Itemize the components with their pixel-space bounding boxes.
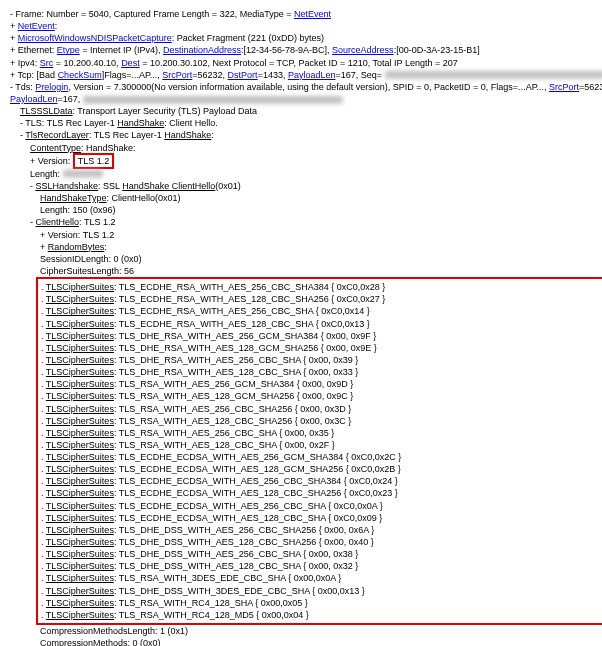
netevent-line[interactable]: + NetEvent:	[10, 20, 602, 32]
plus-icon: +	[40, 242, 45, 252]
cipher-suite-row[interactable]: . TLSCipherSuites: TLS_DHE_RSA_WITH_AES_…	[41, 342, 602, 354]
cipher-suite-hex: { 0xC0,0x09 }	[328, 513, 382, 523]
mediatype-link[interactable]: NetEvent	[294, 9, 331, 19]
minus-icon: -	[20, 118, 23, 128]
ndis-link[interactable]: MicrosoftWindowsNDISPacketCapture	[18, 33, 172, 43]
cipher-suite-hex: { 0x00,0x0A }	[288, 573, 341, 583]
plus-icon: +	[10, 45, 15, 55]
ssl-handshake-line[interactable]: - SSLHandshake: SSL HandShake ClientHell…	[30, 180, 602, 192]
etype-link[interactable]: Etype	[57, 45, 80, 55]
cipher-suite-row[interactable]: . TLSCipherSuites: TLS_ECDHE_ECDSA_WITH_…	[41, 500, 602, 512]
cipher-suites-len-line: CipherSuitesLength: 56	[40, 265, 602, 277]
version2-line[interactable]: + Version: TLS 1.2	[40, 229, 602, 241]
cipher-suite-row[interactable]: . TLSCipherSuites: TLS_RSA_WITH_AES_128_…	[41, 439, 602, 451]
cipher-suite-row[interactable]: . TLSCipherSuites: TLS_DHE_DSS_WITH_AES_…	[41, 548, 602, 560]
tcp-line[interactable]: + Tcp: [Bad CheckSum]Flags=...AP..., Src…	[10, 69, 602, 81]
cipher-suite-row[interactable]: . TLSCipherSuites: TLS_RSA_WITH_AES_256_…	[41, 403, 602, 415]
cipher-suite-row[interactable]: . TLSCipherSuites: TLS_ECDHE_ECDSA_WITH_…	[41, 451, 602, 463]
cipher-suite-hex: { 0x00, 0x3D }	[295, 404, 352, 414]
cipher-suite-label: TLSCipherSuites	[46, 319, 114, 329]
tls-record-line[interactable]: - TlsRecordLayer: TLS Rec Layer-1 HandSh…	[20, 129, 602, 141]
cipher-suite-row[interactable]: . TLSCipherSuites: TLS_RSA_WITH_AES_128_…	[41, 390, 602, 402]
cipher-suite-row[interactable]: . TLSCipherSuites: TLS_DHE_DSS_WITH_3DES…	[41, 585, 602, 597]
cipher-suite-name: : TLS_DHE_DSS_WITH_3DES_EDE_CBC_SHA	[114, 586, 312, 596]
payload-len-link[interactable]: PayloadLen	[10, 94, 58, 104]
cipher-suite-row[interactable]: . TLSCipherSuites: TLS_RSA_WITH_AES_256_…	[41, 378, 602, 390]
ethernet-line[interactable]: + Ethernet: Etype = Internet IP (IPv4), …	[10, 44, 602, 56]
frame-number: 5040	[89, 9, 109, 19]
cipher-suite-name: : TLS_DHE_DSS_WITH_AES_128_CBC_SHA	[114, 561, 303, 571]
cipher-suite-label: TLSCipherSuites	[46, 306, 114, 316]
chevron-down-icon: -	[10, 9, 13, 19]
cipher-suite-hex: { 0x00, 0x9D }	[297, 379, 354, 389]
cipher-suite-name: : TLS_ECDHE_RSA_WITH_AES_128_CBC_SHA256	[114, 294, 331, 304]
cipher-suite-name: : TLS_DHE_DSS_WITH_AES_128_CBC_SHA256	[114, 537, 319, 547]
cipher-suite-row[interactable]: . TLSCipherSuites: TLS_DHE_RSA_WITH_AES_…	[41, 366, 602, 378]
checksum-link[interactable]: CheckSum	[58, 70, 102, 80]
netevent-link[interactable]: NetEvent	[18, 21, 55, 31]
payload-line: PayloadLen=167,	[10, 93, 602, 105]
plus-icon: +	[40, 230, 45, 240]
cipher-suite-row[interactable]: . TLSCipherSuites: TLS_RSA_WITH_AES_256_…	[41, 427, 602, 439]
hs-type-line: HandShakeType: ClientHello(0x01)	[40, 192, 602, 204]
cipher-suite-row[interactable]: . TLSCipherSuites: TLS_ECDHE_RSA_WITH_AE…	[41, 293, 602, 305]
payloadlen-link[interactable]: PayloadLen	[288, 70, 336, 80]
cipher-suite-row[interactable]: . TLSCipherSuites: TLS_RSA_WITH_RC4_128_…	[41, 609, 602, 621]
cipher-suite-hex: { 0x00, 0x3C }	[295, 416, 352, 426]
cipher-suite-row[interactable]: . TLSCipherSuites: TLS_ECDHE_ECDSA_WITH_…	[41, 487, 602, 499]
frame-line[interactable]: - Frame: Number = 5040, Captured Frame L…	[10, 8, 602, 20]
blur-region	[385, 71, 602, 79]
ndis-line[interactable]: + MicrosoftWindowsNDISPacketCapture: Pac…	[10, 32, 602, 44]
cipher-suite-row[interactable]: . TLSCipherSuites: TLS_DHE_DSS_WITH_AES_…	[41, 560, 602, 572]
client-hello-line[interactable]: - ClientHello: TLS 1.2	[30, 216, 602, 228]
cipher-suite-label: TLSCipherSuites	[46, 355, 114, 365]
dstport-link[interactable]: DstPort	[228, 70, 258, 80]
tds-srcport-link[interactable]: SrcPort	[549, 82, 579, 92]
cipher-suite-hex: { 0x00,0x13 }	[312, 586, 365, 596]
cipher-suite-label: TLSCipherSuites	[46, 586, 114, 596]
cipher-suite-row[interactable]: . TLSCipherSuites: TLS_ECDHE_RSA_WITH_AE…	[41, 281, 602, 293]
cipher-suite-label: TLSCipherSuites	[46, 561, 114, 571]
cipher-suite-row[interactable]: . TLSCipherSuites: TLS_DHE_RSA_WITH_AES_…	[41, 330, 602, 342]
content-type-line[interactable]: ContentType: HandShake:	[30, 142, 602, 154]
tls-data-line[interactable]: TLSSSLData: Transport Layer Security (TL…	[20, 105, 602, 117]
cipher-suite-hex: { 0xC0,0x24 }	[344, 476, 398, 486]
dest-addr-link[interactable]: DestinationAddress	[163, 45, 241, 55]
cipher-suite-row[interactable]: . TLSCipherSuites: TLS_ECDHE_ECDSA_WITH_…	[41, 512, 602, 524]
cipher-suite-name: : TLS_ECDHE_ECDSA_WITH_AES_256_CBC_SHA38…	[114, 476, 344, 486]
plus-icon: +	[10, 70, 15, 80]
cipher-suite-row[interactable]: . TLSCipherSuites: TLS_ECDHE_ECDSA_WITH_…	[41, 475, 602, 487]
ip-dst-link[interactable]: Dest	[121, 58, 140, 68]
cipher-suite-label: TLSCipherSuites	[46, 416, 114, 426]
cipher-suite-name: : TLS_ECDHE_ECDSA_WITH_AES_256_GCM_SHA38…	[114, 452, 346, 462]
ipv4-line[interactable]: + Ipv4: Src = 10.200.40.10, Dest = 10.20…	[10, 57, 602, 69]
cipher-suite-row[interactable]: . TLSCipherSuites: TLS_ECDHE_RSA_WITH_AE…	[41, 305, 602, 317]
cipher-suite-label: TLSCipherSuites	[46, 391, 114, 401]
prelogin-link[interactable]: Prelogin	[35, 82, 68, 92]
random-bytes-line[interactable]: + RandomBytes:	[40, 241, 602, 253]
cipher-suite-label: TLSCipherSuites	[46, 452, 114, 462]
cipher-suite-hex: { 0x00, 0x40 }	[319, 537, 374, 547]
cipher-suite-row[interactable]: . TLSCipherSuites: TLS_DHE_RSA_WITH_AES_…	[41, 354, 602, 366]
cipher-suite-label: TLSCipherSuites	[46, 464, 114, 474]
cipher-suite-label: TLSCipherSuites	[46, 573, 114, 583]
ip-src-link[interactable]: Src	[40, 58, 54, 68]
cipher-suite-row[interactable]: . TLSCipherSuites: TLS_ECDHE_RSA_WITH_AE…	[41, 318, 602, 330]
cipher-suite-name: : TLS_ECDHE_RSA_WITH_AES_256_CBC_SHA384	[114, 282, 331, 292]
cipher-suite-label: TLSCipherSuites	[46, 379, 114, 389]
srcport-link[interactable]: SrcPort	[162, 70, 192, 80]
tds-line[interactable]: - Tds: Prelogin, Version = 7.300000(No v…	[10, 81, 602, 93]
cipher-suite-row[interactable]: . TLSCipherSuites: TLS_RSA_WITH_3DES_EDE…	[41, 572, 602, 584]
comp-meth-len-line: CompressionMethodsLength: 1 (0x1)	[40, 625, 602, 637]
cipher-suite-row[interactable]: . TLSCipherSuites: TLS_ECDHE_ECDSA_WITH_…	[41, 463, 602, 475]
tls-header-line[interactable]: - TLS: TLS Rec Layer-1 HandShake: Client…	[20, 117, 602, 129]
cipher-suite-row[interactable]: . TLSCipherSuites: TLS_RSA_WITH_RC4_128_…	[41, 597, 602, 609]
cipher-suite-row[interactable]: . TLSCipherSuites: TLS_RSA_WITH_AES_128_…	[41, 415, 602, 427]
cipher-suite-row[interactable]: . TLSCipherSuites: TLS_DHE_DSS_WITH_AES_…	[41, 536, 602, 548]
version-line[interactable]: + Version: TLS 1.2	[30, 154, 602, 168]
cipher-suite-hex: { 0x00,0x05 }	[255, 598, 308, 608]
cipher-suite-row[interactable]: . TLSCipherSuites: TLS_DHE_DSS_WITH_AES_…	[41, 524, 602, 536]
cipher-suite-hex: { 0x00, 0x9E }	[321, 343, 377, 353]
ndis-rest: : Packet Fragment (221 (0xDD) bytes)	[172, 33, 324, 43]
src-addr-link[interactable]: SourceAddress	[332, 45, 394, 55]
